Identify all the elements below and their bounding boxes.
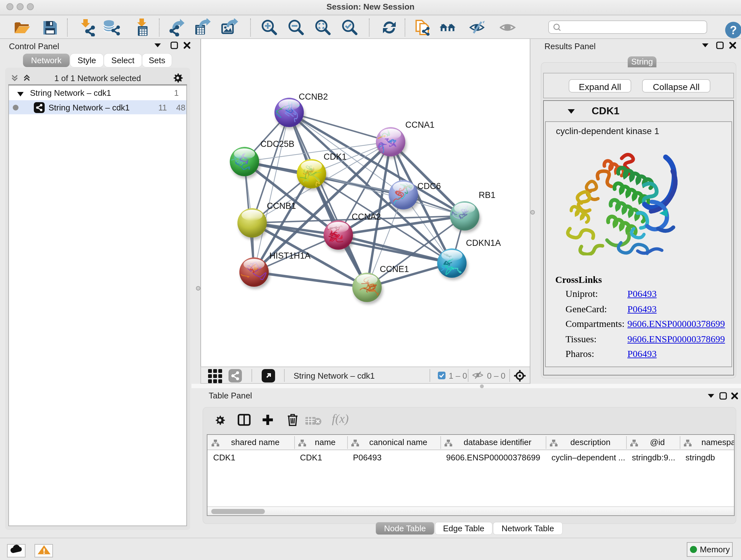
svg-text:CDC25B: CDC25B <box>260 139 294 149</box>
svg-text:CDKN1A: CDKN1A <box>466 238 501 248</box>
svg-text:?: ? <box>730 23 737 37</box>
svg-text:CDK1: CDK1 <box>324 152 347 162</box>
svg-text:CCNE1: CCNE1 <box>380 264 409 274</box>
svg-text:CCNA2: CCNA2 <box>352 212 381 222</box>
svg-text:HIST1H1A: HIST1H1A <box>269 251 311 260</box>
svg-text:CCNA1: CCNA1 <box>405 120 434 130</box>
svg-text:CCNB2: CCNB2 <box>299 92 328 102</box>
svg-text:RB1: RB1 <box>479 190 495 200</box>
svg-text:CCNB1: CCNB1 <box>267 201 296 211</box>
svg-text:CDC6: CDC6 <box>417 181 441 191</box>
